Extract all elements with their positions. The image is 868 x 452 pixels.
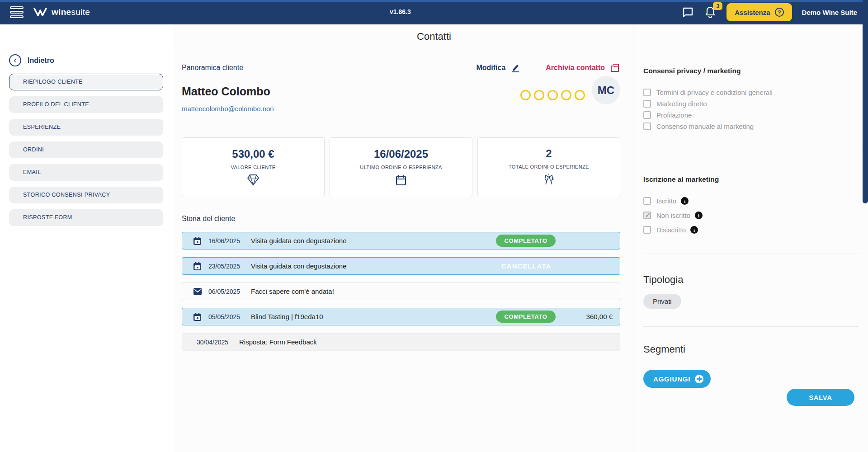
- history-row-experience-2[interactable]: 23/05/2025 Visita guidata con degustazio…: [182, 257, 620, 275]
- checkbox[interactable]: [643, 197, 651, 205]
- checkbox-termini-privacy[interactable]: Termini di privacy e condizioni generali: [643, 89, 773, 96]
- cheers-icon: [542, 174, 556, 186]
- checkbox-iscritto[interactable]: Iscritto i: [643, 197, 689, 205]
- section-title: Panoramica cliente: [182, 64, 243, 72]
- back-button[interactable]: ‹ Indietro: [9, 54, 163, 66]
- page-title: Contatti: [0, 31, 868, 42]
- info-icon[interactable]: i: [681, 197, 689, 205]
- archivia-contatto-button[interactable]: Archivia contatto: [546, 62, 620, 73]
- diamond-icon: [247, 174, 259, 186]
- sidebar-item-ordini[interactable]: ORDINI: [9, 141, 163, 158]
- segmenti-title: Segmenti: [643, 344, 685, 355]
- notification-count-badge: 3: [713, 2, 722, 10]
- stats-row: 530,00 € VALORE CLIENTE 16/06/2025 ULTIM…: [182, 137, 620, 196]
- topbar: winesuite v1.86.3 3 Assistenza ? Demo Wi…: [0, 0, 868, 24]
- checkbox-checked[interactable]: [643, 212, 651, 219]
- sidebar-item-riepilogo-cliente[interactable]: RIEPILOGO CLIENTE: [9, 74, 163, 90]
- aggiungi-button[interactable]: AGGIUNGI: [643, 370, 711, 388]
- info-icon[interactable]: i: [690, 226, 698, 234]
- history-row-form[interactable]: 30/04/2025 Risposta: Form Feedback: [182, 333, 620, 351]
- calendar-icon: [193, 236, 202, 245]
- stat-card-totale-ordini: 2 TOTALE ORDINI O ESPERIENZE: [477, 137, 620, 196]
- section-divider: [643, 326, 859, 327]
- sidebar-item-storico-consensi-privacy[interactable]: STORICO CONSENSI PRIVACY: [9, 187, 163, 203]
- tipologia-chip-privati[interactable]: Privati: [643, 294, 681, 309]
- app-version: v1.86.3: [390, 8, 411, 15]
- sidebar-item-esperienze[interactable]: ESPERIENZE: [9, 119, 163, 136]
- checkbox-marketing-diretto[interactable]: Marketing diretto: [643, 100, 707, 108]
- status-badge: COMPLETATO: [496, 235, 556, 247]
- history-list: 16/06/2025 Visita guidata con degustazio…: [182, 232, 620, 358]
- current-user-label[interactable]: Demo Wine Suite: [802, 9, 857, 16]
- history-title: Storia del cliente: [182, 215, 235, 223]
- stat-card-valore-cliente: 530,00 € VALORE CLIENTE: [182, 137, 325, 196]
- scrollbar-thumb[interactable]: [863, 0, 868, 203]
- assistenza-button[interactable]: Assistenza ?: [726, 3, 792, 21]
- history-row-email[interactable]: 06/05/2025 Facci sapere com'è andata!: [182, 282, 620, 300]
- history-amount: 360,00 €: [586, 313, 613, 320]
- calendar-icon: [395, 174, 407, 186]
- rating-circle-3[interactable]: [547, 90, 558, 100]
- checkbox-disiscritto[interactable]: Disiscritto i: [643, 226, 698, 234]
- iscrizione-title: Iscrizione al marketing: [643, 175, 719, 184]
- status-badge: COMPLETATO: [496, 311, 556, 323]
- checkbox-consenso-manuale[interactable]: Consenso manuale al marketing: [643, 122, 754, 130]
- chat-icon[interactable]: [682, 6, 694, 18]
- customer-email-link[interactable]: matteocolombo@colombo.non: [182, 105, 274, 113]
- sidebar-item-email[interactable]: EMAIL: [9, 164, 163, 181]
- archive-folder-icon: [609, 62, 620, 73]
- checkbox-non-iscritto[interactable]: Non iscritto i: [643, 212, 703, 219]
- info-icon[interactable]: i: [695, 212, 703, 219]
- sidebar-item-risposte-form[interactable]: RISPOSTE FORM: [9, 209, 163, 226]
- checkbox[interactable]: [643, 122, 651, 130]
- consensi-title: Consensi privacy / marketing: [643, 67, 741, 75]
- checkbox[interactable]: [643, 89, 651, 96]
- checkbox-profilazione[interactable]: Profilazione: [643, 111, 692, 119]
- brand-logo[interactable]: winesuite: [33, 6, 90, 18]
- question-icon: ?: [775, 8, 784, 17]
- calendar-icon: [193, 312, 202, 321]
- history-row-experience-3[interactable]: 05/05/2025 Blind Tasting | f19eda10 COMP…: [182, 308, 620, 325]
- checkbox[interactable]: [643, 226, 651, 234]
- envelope-icon: [193, 287, 202, 296]
- notifications-bell-icon[interactable]: 3: [704, 6, 717, 19]
- sidebar: ‹ Indietro RIEPILOGO CLIENTE PROFILO DEL…: [9, 54, 163, 232]
- calendar-icon: [193, 262, 202, 271]
- checkbox[interactable]: [643, 111, 651, 119]
- salva-button[interactable]: SALVA: [787, 389, 854, 406]
- rating-circle-2[interactable]: [534, 90, 544, 100]
- sidebar-divider: [173, 45, 173, 452]
- checkbox[interactable]: [643, 100, 651, 108]
- pencil-icon: [510, 63, 520, 73]
- sidebar-item-profilo-del-cliente[interactable]: PROFILO DEL CLIENTE: [9, 96, 163, 113]
- plus-circle-icon: [695, 375, 703, 383]
- avatar: MC: [592, 76, 620, 104]
- rating-circle-5[interactable]: [575, 90, 585, 100]
- chevron-left-icon: ‹: [9, 54, 21, 66]
- rating-row: MC: [520, 76, 620, 104]
- status-cancelled-label: CANCELLATA: [501, 262, 551, 270]
- section-divider: [643, 148, 859, 148]
- winesuite-logo-icon: [33, 6, 48, 18]
- tipologia-title: Tipologia: [643, 274, 683, 286]
- customer-name: Matteo Colombo: [182, 85, 270, 98]
- brand-text: winesuite: [52, 7, 90, 17]
- modifica-button[interactable]: Modifica: [476, 63, 520, 73]
- section-divider: [643, 254, 859, 254]
- stat-card-ultimo-ordine: 16/06/2025 ULTIMO ORDINE O ESPERIENZA: [330, 137, 472, 196]
- history-row-experience-1[interactable]: 16/06/2025 Visita guidata con degustazio…: [182, 232, 620, 250]
- rating-circle-1[interactable]: [520, 90, 531, 100]
- hamburger-menu-icon[interactable]: [10, 6, 24, 18]
- panel-divider: [633, 24, 633, 452]
- rating-circle-4[interactable]: [561, 90, 571, 100]
